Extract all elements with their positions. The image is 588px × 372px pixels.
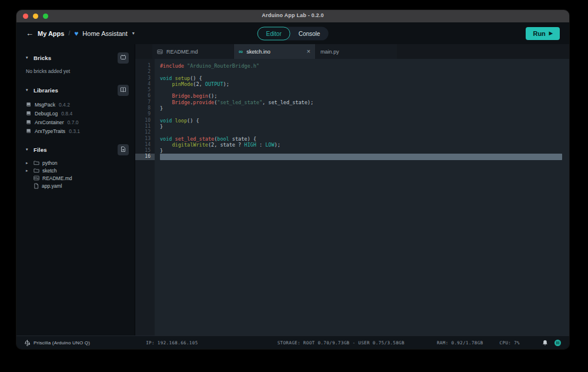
line-number: 16 <box>135 154 155 160</box>
book-icon <box>26 119 31 125</box>
code-lines[interactable]: #include "Arduino_RouterBridge.h" void s… <box>155 59 569 336</box>
code-line[interactable]: } <box>160 105 569 111</box>
markdown-icon <box>157 49 163 54</box>
chevron-down-icon[interactable]: ▾ <box>26 147 34 152</box>
libraries-section-title: Libraries <box>34 87 58 94</box>
chevron-down-icon[interactable]: ▾ <box>26 55 34 60</box>
breadcrumb-my-apps[interactable]: My Apps <box>38 30 64 37</box>
library-name: DebugLog <box>35 111 58 117</box>
book-icon <box>26 111 31 116</box>
bricks-empty-message: No bricks added yet <box>26 68 135 74</box>
heart-icon: ♥ <box>74 30 78 37</box>
play-icon: ▶ <box>549 31 553 36</box>
line-number: 11 <box>135 124 155 129</box>
line-number: 7 <box>135 99 155 105</box>
file-icon <box>34 183 39 189</box>
files-section-title: Files <box>34 147 47 153</box>
code-line[interactable]: void loop() { <box>160 118 569 124</box>
library-item[interactable]: DebugLog0.8.4 <box>26 109 135 118</box>
files-list: ▸python▸sketchREADME.mdapp.yaml <box>16 159 135 190</box>
chevron-right-icon[interactable]: ▸ <box>26 168 31 173</box>
code-line[interactable] <box>160 69 569 75</box>
file-name: sketch <box>42 168 57 174</box>
ram-stat: RAM: 0.92/1.78GB <box>437 340 483 346</box>
chevron-down-icon[interactable]: ▾ <box>132 31 135 36</box>
file-item-readme-md[interactable]: README.md <box>26 174 135 182</box>
line-number: 5 <box>135 87 155 93</box>
editor-tab-readme-md[interactable]: README.md <box>152 44 233 59</box>
code-line[interactable] <box>160 129 569 135</box>
chevron-right-icon[interactable]: ▸ <box>26 161 31 165</box>
usb-icon <box>25 339 30 346</box>
libraries-section-header[interactable]: ▾ Libraries <box>26 84 129 96</box>
code-line[interactable]: void set_led_state(bool state) { <box>160 136 569 142</box>
folder-icon <box>34 168 39 173</box>
tab-editor[interactable]: Editor <box>258 26 290 40</box>
library-item[interactable]: ArxContainer0.7.0 <box>26 118 135 127</box>
run-button[interactable]: Run ▶ <box>526 27 560 40</box>
code-line[interactable] <box>160 154 562 160</box>
editor-tab-sketch-ino[interactable]: ∞sketch.ino× <box>234 44 315 59</box>
device-status[interactable]: Priscilla (Arduino UNO Q) <box>25 339 90 346</box>
code-line[interactable] <box>160 111 569 117</box>
libraries-list: MsgPack0.4.2DebugLog0.8.4ArxContainer0.7… <box>16 100 135 135</box>
bricks-section-title: Bricks <box>34 55 51 61</box>
window-title: Arduino App Lab - 0.2.0 <box>16 12 569 18</box>
back-arrow-icon[interactable]: ← <box>26 29 34 38</box>
bell-icon[interactable] <box>542 340 548 346</box>
title-bar[interactable]: Arduino App Lab - 0.2.0 <box>16 10 569 22</box>
tab-label: README.md <box>166 49 229 55</box>
editor-panel: README.md∞sketch.ino×main.py 12345678910… <box>135 44 569 336</box>
line-number: 8 <box>135 105 155 111</box>
library-item[interactable]: MsgPack0.4.2 <box>26 100 135 109</box>
breadcrumb: ← My Apps / ♥ Home Assistant ▾ <box>26 29 135 38</box>
status-bar-icons <box>542 340 561 346</box>
chevron-down-icon[interactable]: ▾ <box>26 88 34 92</box>
code-line[interactable]: digitalWrite(2, state ? HIGH : LOW); <box>160 142 569 148</box>
folder-item-sketch[interactable]: ▸sketch <box>26 167 135 174</box>
add-file-button[interactable] <box>118 144 129 155</box>
editor-tab-main-py[interactable]: main.py <box>316 44 397 59</box>
breadcrumb-app-name[interactable]: Home Assistant <box>82 30 127 37</box>
add-brick-button[interactable] <box>118 52 129 64</box>
book-icon <box>26 128 31 134</box>
run-button-label: Run <box>533 30 545 37</box>
line-number: 6 <box>135 93 155 99</box>
sidebar: ▾ Bricks No bricks added yet ▾ Libraries <box>16 44 135 336</box>
add-library-button[interactable] <box>118 85 129 96</box>
library-item[interactable]: ArxTypeTraits0.3.1 <box>26 127 135 135</box>
desktop-background: Arduino App Lab - 0.2.0 ← My Apps / ♥ Ho… <box>0 0 588 372</box>
files-section-header[interactable]: ▾ Files <box>26 144 129 155</box>
status-bar: Priscilla (Arduino UNO Q) IP: 192.168.66… <box>16 336 569 349</box>
folder-item-python[interactable]: ▸python <box>26 159 135 167</box>
code-line[interactable]: } <box>160 124 569 129</box>
library-version: 0.3.1 <box>69 128 80 134</box>
tab-label: main.py <box>320 49 392 55</box>
tab-console[interactable]: Console <box>290 26 329 40</box>
close-icon[interactable]: × <box>307 48 310 55</box>
line-number: 1 <box>135 63 155 69</box>
code-line[interactable]: Bridge.begin(); <box>160 93 569 99</box>
device-name: Priscilla (Arduino UNO Q) <box>34 340 90 346</box>
file-item-app-yaml[interactable]: app.yaml <box>26 182 135 190</box>
code-line[interactable]: void setup() { <box>160 75 569 81</box>
line-number: 4 <box>135 81 155 87</box>
code-line[interactable]: #include "Arduino_RouterBridge.h" <box>160 63 569 69</box>
code-line[interactable]: } <box>160 148 569 154</box>
status-indicator-icon[interactable] <box>554 340 561 346</box>
bricks-section-header[interactable]: ▾ Bricks <box>26 52 129 64</box>
brick-icon <box>120 54 126 62</box>
line-number: 2 <box>135 69 155 75</box>
code-line[interactable]: Bridge.provide("set_led_state", set_led_… <box>160 99 569 105</box>
line-number: 3 <box>135 75 155 81</box>
code-line[interactable]: pinMode(2, OUTPUT); <box>160 81 569 87</box>
content-area: ▾ Bricks No bricks added yet ▾ Libraries <box>16 44 569 336</box>
line-number: 15 <box>135 148 155 154</box>
library-name: ArxContainer <box>35 119 64 125</box>
app-window: Arduino App Lab - 0.2.0 ← My Apps / ♥ Ho… <box>16 10 569 349</box>
code-line[interactable] <box>160 87 569 93</box>
code-editor[interactable]: 12345678910111213141516 #include "Arduin… <box>135 59 569 336</box>
line-number: 12 <box>135 129 155 135</box>
library-version: 0.4.2 <box>59 102 70 108</box>
tab-label: sketch.ino <box>246 49 303 55</box>
